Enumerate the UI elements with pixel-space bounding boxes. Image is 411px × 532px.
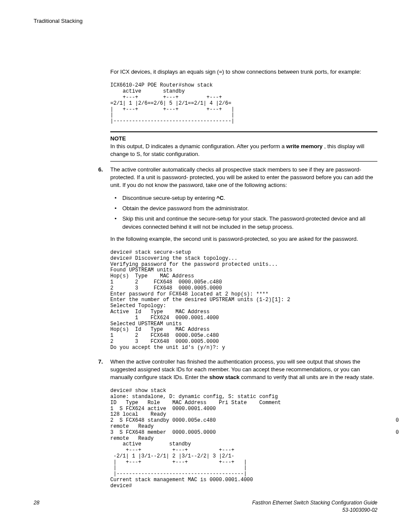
- bullet-1: Discontinue secure-setup by entering ^C.: [122, 194, 377, 202]
- step-6-para2: In the following example, the second uni…: [110, 235, 377, 243]
- bullet-1-bold: ^C: [216, 195, 224, 201]
- page-header-title: Traditional Stacking: [34, 17, 377, 25]
- step-6: 6. The active controller automatically c…: [110, 166, 377, 351]
- code-block-2: device# stack secure-setup device# Disco…: [110, 250, 377, 351]
- step-6-number: 6.: [98, 166, 103, 174]
- page-number: 28: [34, 499, 39, 514]
- note-box: NOTE In this output, D indicates a dynam…: [110, 131, 377, 162]
- note-text-before: In this output, D indicates a dynamic co…: [110, 143, 286, 149]
- code-block-3: device# show stack alone: standalone, D:…: [110, 388, 377, 489]
- footer-title: FastIron Ethernet Switch Stacking Config…: [252, 499, 377, 507]
- step-7: 7. When the active controller has finish…: [110, 358, 377, 489]
- step-6-bullets: Discontinue secure-setup by entering ^C.…: [110, 194, 377, 231]
- note-label: NOTE: [110, 135, 377, 143]
- step-7-para: When the active controller has finished …: [110, 358, 377, 382]
- bullet-3: Skip this unit and continue the secure-s…: [122, 215, 377, 230]
- page-footer: 28 FastIron Ethernet Switch Stacking Con…: [34, 499, 377, 514]
- note-text: In this output, D indicates a dynamic co…: [110, 143, 377, 158]
- step-7-para-bold: show stack: [209, 374, 240, 380]
- step-7-number: 7.: [98, 358, 103, 366]
- note-bold: write memory: [286, 143, 323, 149]
- step-6-para1: The active controller automatically chec…: [110, 166, 377, 190]
- footer-docnum: 53-1003090-02: [252, 507, 377, 514]
- bullet-1-before: Discontinue secure-setup by entering: [122, 195, 216, 201]
- bullet-1-after: .: [224, 195, 225, 201]
- step-7-para-after: command to verify that all units are in …: [240, 374, 374, 380]
- intro-paragraph: For ICX devices, it displays an equals s…: [110, 68, 377, 76]
- bullet-2: Obtain the device password from the admi…: [122, 205, 377, 212]
- code-block-1: ICX6610-24P POE Router#show stack active…: [110, 83, 377, 124]
